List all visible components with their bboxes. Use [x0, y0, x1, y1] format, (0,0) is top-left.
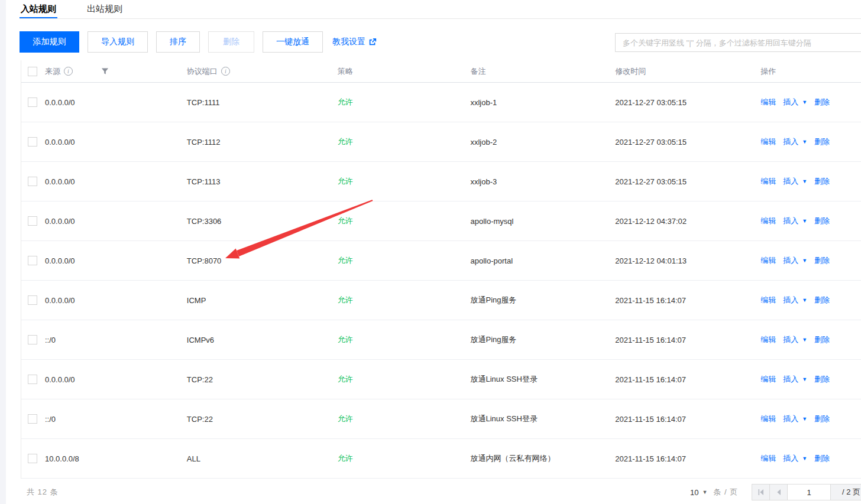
row-checkbox-cell	[21, 216, 45, 226]
insert-link[interactable]: 插入	[783, 295, 798, 305]
row-checkbox[interactable]	[28, 177, 37, 186]
first-page-button[interactable]	[752, 484, 769, 500]
source-filter-icon[interactable]	[101, 67, 109, 75]
open-all-button[interactable]: 一键放通	[263, 31, 323, 53]
filter-search-input[interactable]	[616, 34, 861, 51]
insert-caret-icon[interactable]: ▼	[802, 258, 807, 264]
insert-caret-icon[interactable]: ▼	[802, 416, 807, 422]
table-row: 10.0.0.0/8 ALL 允许 放通内网（云私有网络） 2021-11-15…	[21, 439, 861, 479]
prev-page-button[interactable]	[769, 484, 787, 500]
insert-link[interactable]: 插入	[783, 334, 798, 345]
total-pages-label: / 2 页	[831, 484, 861, 500]
header-modified: 修改时间	[615, 66, 760, 77]
protocol-info-icon[interactable]: i	[221, 67, 230, 76]
edit-link[interactable]: 编辑	[760, 295, 776, 305]
delete-link[interactable]: 删除	[814, 414, 830, 424]
rule-modified-time: 2021-11-15 16:14:07	[615, 454, 760, 463]
tab-inbound-rules[interactable]: 入站规则	[20, 0, 57, 18]
left-gutter	[0, 0, 6, 504]
row-checkbox[interactable]	[28, 216, 37, 226]
row-checkbox[interactable]	[28, 375, 37, 384]
row-checkbox[interactable]	[28, 335, 37, 344]
table-header-row: 来源 i 协议端口 i 策略 备注 修改时间 操作	[21, 60, 861, 83]
insert-caret-icon[interactable]: ▼	[802, 218, 807, 224]
rule-protocol: ALL	[187, 454, 338, 463]
insert-caret-icon[interactable]: ▼	[802, 297, 807, 303]
rule-policy: 允许	[338, 136, 471, 147]
row-checkbox[interactable]	[28, 97, 37, 107]
insert-caret-icon[interactable]: ▼	[802, 139, 807, 145]
rule-actions: 编辑 插入 ▼ 删除	[760, 216, 861, 226]
delete-link[interactable]: 删除	[814, 334, 830, 345]
import-rule-button[interactable]: 导入规则	[88, 31, 148, 53]
delete-link[interactable]: 删除	[814, 255, 830, 266]
rule-actions: 编辑 插入 ▼ 删除	[760, 295, 861, 305]
insert-link[interactable]: 插入	[783, 255, 798, 266]
rule-protocol: TCP:22	[187, 415, 338, 424]
insert-link[interactable]: 插入	[783, 136, 798, 147]
insert-link[interactable]: 插入	[783, 414, 798, 424]
row-checkbox-cell	[21, 137, 45, 147]
tutorial-link[interactable]: 教我设置	[332, 37, 377, 47]
row-checkbox-cell	[21, 256, 45, 265]
filter-search-box	[615, 33, 861, 52]
header-policy: 策略	[338, 66, 471, 77]
delete-link[interactable]: 删除	[814, 176, 830, 187]
insert-caret-icon[interactable]: ▼	[802, 99, 807, 105]
rule-actions: 编辑 插入 ▼ 删除	[760, 255, 861, 266]
header-source-label: 来源	[45, 66, 60, 77]
rule-remark: apollo-mysql	[470, 217, 615, 226]
delete-link[interactable]: 删除	[814, 453, 830, 464]
row-checkbox[interactable]	[28, 256, 37, 265]
source-info-icon[interactable]: i	[64, 67, 73, 76]
delete-link[interactable]: 删除	[814, 374, 830, 385]
rule-remark: 放通Ping服务	[470, 295, 615, 305]
edit-link[interactable]: 编辑	[760, 334, 776, 345]
insert-link[interactable]: 插入	[783, 97, 798, 108]
edit-link[interactable]: 编辑	[760, 374, 776, 385]
table-row: 0.0.0.0/0 TCP:1113 允许 xxljob-3 2021-12-2…	[21, 162, 861, 201]
row-checkbox[interactable]	[28, 137, 37, 147]
row-checkbox-cell	[21, 454, 45, 463]
rule-actions: 编辑 插入 ▼ 删除	[760, 176, 861, 187]
external-link-icon	[368, 38, 377, 46]
row-checkbox[interactable]	[28, 295, 37, 305]
tab-outbound-rules[interactable]: 出站规则	[86, 0, 124, 18]
page-number-input[interactable]	[787, 484, 831, 500]
delete-link[interactable]: 删除	[814, 136, 830, 147]
insert-caret-icon[interactable]: ▼	[802, 456, 807, 461]
rule-modified-time: 2021-11-15 16:14:07	[615, 415, 760, 424]
add-rule-button[interactable]: 添加规则	[20, 31, 79, 53]
page-size-selector[interactable]: 10 ▼ 条 / 页	[690, 487, 738, 498]
row-checkbox[interactable]	[28, 454, 37, 463]
delete-link[interactable]: 删除	[814, 97, 830, 108]
insert-link[interactable]: 插入	[783, 176, 798, 187]
edit-link[interactable]: 编辑	[760, 414, 776, 424]
insert-caret-icon[interactable]: ▼	[802, 337, 807, 343]
rule-source: 0.0.0.0/0	[45, 296, 187, 305]
total-count-label: 共 12 条	[27, 487, 59, 498]
rules-table: 来源 i 协议端口 i 策略 备注 修改时间 操作 0.0.0.0/0 TCP:…	[21, 60, 861, 479]
delete-link[interactable]: 删除	[814, 216, 830, 226]
rule-modified-time: 2021-12-27 03:05:15	[615, 177, 760, 186]
insert-caret-icon[interactable]: ▼	[802, 178, 807, 184]
edit-link[interactable]: 编辑	[760, 97, 776, 108]
sort-button[interactable]: 排序	[156, 31, 200, 53]
rule-protocol: ICMPv6	[187, 336, 338, 344]
insert-link[interactable]: 插入	[783, 453, 798, 464]
insert-caret-icon[interactable]: ▼	[802, 376, 807, 382]
edit-link[interactable]: 编辑	[760, 255, 776, 266]
edit-link[interactable]: 编辑	[760, 453, 776, 464]
rule-protocol: TCP:1112	[187, 138, 338, 147]
edit-link[interactable]: 编辑	[760, 176, 776, 187]
edit-link[interactable]: 编辑	[760, 136, 776, 147]
delete-button[interactable]: 删除	[208, 31, 254, 53]
insert-link[interactable]: 插入	[783, 374, 798, 385]
row-checkbox[interactable]	[28, 414, 37, 424]
insert-link[interactable]: 插入	[783, 216, 798, 226]
select-all-checkbox[interactable]	[28, 67, 37, 76]
row-checkbox-cell	[21, 295, 45, 305]
rule-modified-time: 2021-12-27 03:05:15	[615, 138, 760, 147]
delete-link[interactable]: 删除	[814, 295, 830, 305]
edit-link[interactable]: 编辑	[760, 216, 776, 226]
